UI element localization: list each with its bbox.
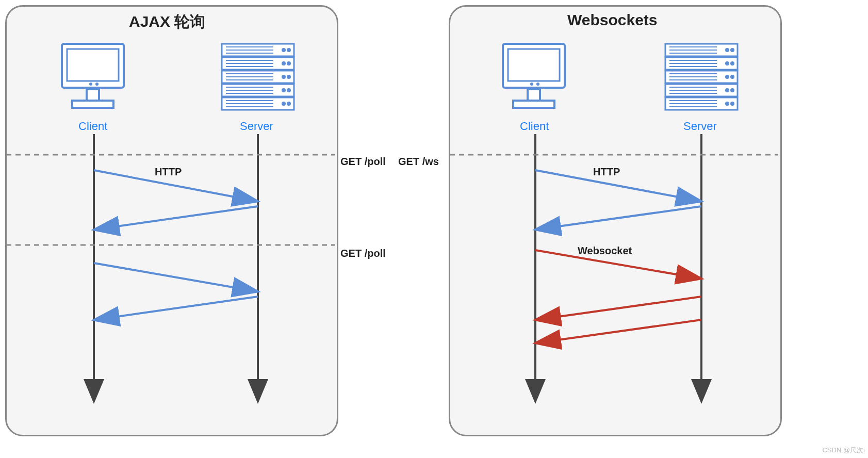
- svg-point-74: [725, 88, 729, 92]
- svg-rect-1: [67, 49, 119, 81]
- svg-point-68: [725, 48, 729, 52]
- svg-point-69: [730, 48, 734, 52]
- svg-point-33: [287, 88, 291, 92]
- ajax-client-label: Client: [78, 120, 107, 133]
- svg-point-4: [89, 83, 92, 86]
- ws-server-label: Server: [683, 120, 717, 133]
- server-icon: [222, 44, 294, 110]
- ws-client-label: Client: [520, 120, 549, 133]
- svg-rect-45: [513, 101, 554, 108]
- svg-point-26: [282, 48, 286, 52]
- diagram-svg: [0, 0, 868, 458]
- svg-rect-43: [508, 49, 560, 81]
- server-icon-r: [665, 44, 738, 110]
- http-label-right: HTTP: [593, 166, 620, 178]
- svg-point-46: [530, 83, 533, 86]
- svg-point-77: [730, 102, 734, 106]
- svg-point-30: [282, 75, 286, 79]
- svg-point-71: [730, 61, 734, 66]
- svg-line-41: [95, 297, 258, 320]
- svg-rect-44: [528, 89, 540, 101]
- svg-point-73: [730, 75, 734, 79]
- websocket-label: Websocket: [578, 245, 632, 257]
- svg-point-28: [282, 61, 286, 66]
- get-ws: GET /ws: [398, 156, 439, 168]
- svg-point-47: [536, 83, 539, 86]
- get-poll-2: GET /poll: [340, 248, 386, 259]
- svg-rect-2: [87, 89, 99, 101]
- svg-point-27: [287, 48, 291, 52]
- svg-line-40: [94, 263, 257, 291]
- svg-point-35: [287, 102, 291, 106]
- ajax-server-label: Server: [240, 120, 273, 133]
- http-label-left: HTTP: [155, 166, 182, 178]
- svg-rect-3: [72, 101, 113, 108]
- svg-point-70: [725, 61, 729, 66]
- svg-point-75: [730, 88, 734, 92]
- svg-line-85: [536, 320, 701, 343]
- svg-point-29: [287, 61, 291, 66]
- client-icon: [62, 44, 124, 108]
- watermark: CSDN @尺次i: [822, 446, 865, 455]
- svg-point-34: [282, 102, 286, 106]
- svg-line-82: [536, 206, 701, 230]
- svg-line-84: [536, 297, 701, 320]
- client-icon-r: [503, 44, 565, 108]
- diagram-canvas: AJAX 轮询 Websockets: [0, 0, 868, 458]
- svg-point-76: [725, 102, 729, 106]
- svg-point-5: [95, 83, 99, 86]
- svg-line-39: [95, 206, 258, 230]
- svg-point-31: [287, 75, 291, 79]
- svg-point-72: [725, 75, 729, 79]
- svg-point-32: [282, 88, 286, 92]
- get-poll-1: GET /poll: [340, 156, 386, 168]
